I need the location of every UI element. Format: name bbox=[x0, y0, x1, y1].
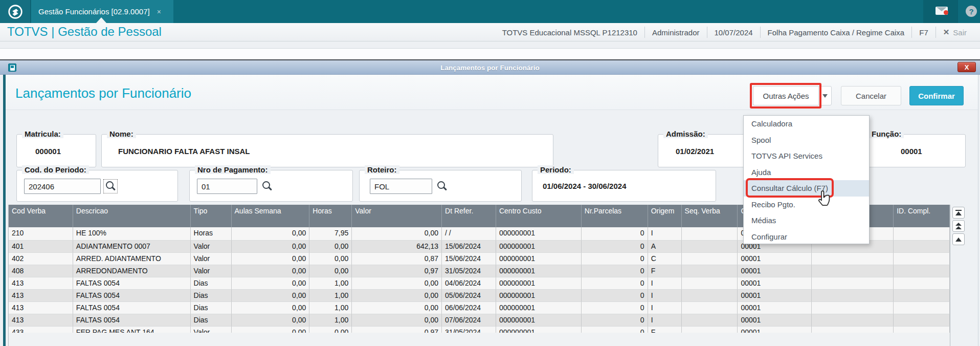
other-actions-dropdown-arrow[interactable] bbox=[818, 86, 832, 105]
table-cell: 0,00 bbox=[232, 290, 310, 302]
cod-periodo-search-icon[interactable] bbox=[105, 181, 116, 192]
cod-periodo-input[interactable] bbox=[24, 179, 101, 194]
table-cell: 00001 bbox=[738, 290, 812, 302]
cancel-button[interactable]: Cancelar bbox=[841, 86, 901, 105]
menu-item-recibo-pgto-[interactable]: Recibo Pgto. bbox=[744, 197, 869, 213]
table-cell bbox=[682, 290, 738, 302]
grid-header-dt-refer-: Dt Refer. bbox=[442, 205, 496, 227]
nro-pagamento-label: Nro de Pagamento: bbox=[195, 165, 271, 174]
roteiro-input[interactable] bbox=[370, 179, 432, 194]
table-cell: 00001 bbox=[738, 277, 812, 290]
context-label[interactable]: Folha Pagamento Caixa / Regime Caixa bbox=[761, 28, 912, 37]
table-cell: 210 bbox=[9, 227, 73, 241]
other-actions-button[interactable]: Outras Ações bbox=[753, 86, 818, 105]
table-cell: 07/06/2024 bbox=[442, 314, 496, 327]
table-cell: 0,00 bbox=[352, 302, 442, 314]
menu-item-configurar[interactable]: Configurar bbox=[744, 229, 869, 245]
scroll-up-button[interactable] bbox=[952, 233, 965, 245]
table-cell: 1,00 bbox=[309, 314, 352, 327]
exit-x-icon: ✕ bbox=[943, 28, 950, 37]
table-cell: 0 bbox=[582, 277, 648, 290]
table-cell: 31/05/2024 bbox=[442, 265, 496, 277]
table-cell: 413 bbox=[9, 314, 73, 327]
shortcut-f7-label: F7 bbox=[912, 28, 936, 37]
table-cell: 000000001 bbox=[496, 241, 582, 253]
table-row[interactable]: 413FALTAS 0054Dias0,001,000,0005/06/2024… bbox=[9, 290, 950, 302]
table-cell: 1,00 bbox=[309, 290, 352, 302]
table-cell: I bbox=[648, 290, 682, 302]
table-cell: 0,00 bbox=[232, 302, 310, 314]
menu-item-ajuda[interactable]: Ajuda bbox=[744, 164, 869, 181]
nro-pagamento-search-icon[interactable] bbox=[261, 181, 273, 192]
admissao-value: 01/02/2021 bbox=[676, 147, 714, 156]
dialog-title: Lançamentos por Funcionário bbox=[0, 60, 980, 75]
menu-item-m-dias[interactable]: Médias bbox=[744, 212, 869, 229]
table-cell: 0,00 bbox=[232, 241, 310, 253]
table-cell: 04/06/2024 bbox=[442, 277, 496, 290]
table-cell bbox=[682, 241, 738, 253]
tab-title: Gestão Funcionários [02.9.0007] bbox=[38, 7, 150, 16]
menu-item-calculadora[interactable]: Calculadora bbox=[744, 116, 869, 132]
menu-item-consultar-c-lculo-f7-[interactable]: Consultar Cálculo (F7) bbox=[744, 180, 869, 197]
grid-header-nr-parcelas: Nr.Parcelas bbox=[582, 205, 648, 227]
table-cell: FALTAS 0054 bbox=[73, 277, 191, 290]
field-matricula: Matricula: 000001 bbox=[16, 134, 96, 167]
table-cell bbox=[812, 265, 894, 277]
roteiro-search-icon[interactable] bbox=[436, 181, 448, 192]
nome-value: FUNCIONARIO FALTA AFAST INSAL bbox=[118, 147, 250, 156]
table-row[interactable]: 402ARRED. ADIANTAMENTOValor0,000,000,871… bbox=[9, 253, 950, 265]
menu-item-spool[interactable]: Spool bbox=[744, 132, 869, 148]
table-cell: Valor bbox=[191, 253, 232, 265]
nome-label: Nome: bbox=[107, 129, 136, 138]
table-cell: C bbox=[648, 253, 682, 265]
grid-header-valor: Valor bbox=[352, 205, 442, 227]
nro-pagamento-input[interactable] bbox=[197, 179, 257, 194]
table-row[interactable]: 413FALTAS 0054Dias0,001,000,0004/06/2024… bbox=[9, 277, 950, 290]
periodo-label: Periodo: bbox=[538, 165, 574, 174]
table-row[interactable]: 413FALTAS 0054Dias0,001,000,0007/06/2024… bbox=[9, 314, 950, 327]
app-header: TOTVS | Gestão de Pessoal TOTVS Educacio… bbox=[0, 23, 980, 41]
confirm-button[interactable]: Confirmar bbox=[909, 86, 964, 105]
table-cell: 0 bbox=[582, 241, 648, 253]
table-cell: 0,97 bbox=[352, 265, 442, 277]
table-cell: F bbox=[648, 265, 682, 277]
table-cell bbox=[894, 241, 950, 253]
field-funcao: Função: 00001 bbox=[863, 134, 966, 167]
menu-item-totvs-api-services[interactable]: TOTVS API Services bbox=[744, 148, 869, 164]
table-cell: 0,00 bbox=[309, 241, 352, 253]
table-cell: 0 bbox=[582, 314, 648, 327]
table-cell: 000000001 bbox=[496, 290, 582, 302]
tab-close-icon[interactable]: × bbox=[157, 8, 161, 16]
table-cell bbox=[894, 314, 950, 327]
table-cell bbox=[812, 302, 894, 314]
table-row[interactable]: 413FALTAS 0054Dias0,001,000,0006/06/2024… bbox=[9, 302, 950, 314]
table-cell: 06/06/2024 bbox=[442, 302, 496, 314]
exit-button[interactable]: ✕ Sair bbox=[936, 28, 967, 37]
table-row[interactable]: 408ARREDONDAMENTOValor0,000,000,9731/05/… bbox=[9, 265, 950, 277]
user-label[interactable]: Administrador bbox=[645, 28, 707, 37]
table-cell: 000000001 bbox=[496, 265, 582, 277]
date-label: 10/07/2024 bbox=[707, 28, 760, 37]
matricula-label: Matricula: bbox=[22, 129, 63, 138]
help-icon[interactable]: ? bbox=[966, 6, 977, 17]
table-cell: 1,00 bbox=[309, 277, 352, 290]
table-cell: 0,00 bbox=[232, 277, 310, 290]
scroll-page-up-button[interactable] bbox=[952, 220, 965, 232]
table-cell: ARRED. ADIANTAMENTO bbox=[73, 253, 191, 265]
scroll-to-top-button[interactable] bbox=[952, 207, 965, 219]
table-cell: 000000001 bbox=[496, 277, 582, 290]
table-cell: 0,00 bbox=[352, 227, 442, 241]
grid-header-centro-custo: Centro Custo bbox=[496, 205, 582, 227]
totvs-logo[interactable] bbox=[0, 0, 31, 23]
other-actions-menu: CalculadoraSpoolTOTVS API ServicesAjudaC… bbox=[743, 115, 870, 244]
table-cell: 05/06/2024 bbox=[442, 290, 496, 302]
table-cell: 0,00 bbox=[232, 253, 310, 265]
table-cell bbox=[894, 227, 950, 241]
table-cell: 0,00 bbox=[352, 314, 442, 327]
table-cell: 00001 bbox=[738, 314, 812, 327]
table-cell bbox=[894, 253, 950, 265]
table-cell: Dias bbox=[191, 290, 232, 302]
workspace-band bbox=[0, 41, 980, 59]
dialog-close-button[interactable]: X bbox=[957, 62, 976, 72]
table-cell bbox=[894, 290, 950, 302]
